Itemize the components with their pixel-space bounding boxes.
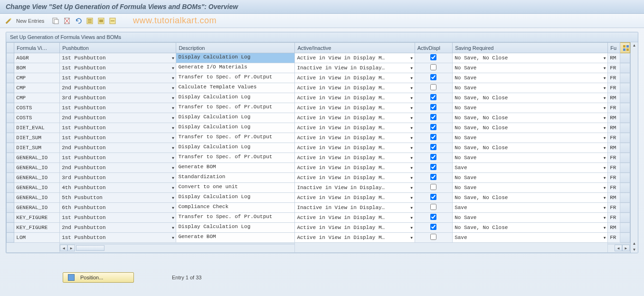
chevron-down-icon[interactable]: ▼ (409, 136, 415, 140)
cell-activ-displ[interactable] (415, 93, 452, 103)
deselect-all-icon[interactable] (109, 17, 116, 25)
cell-activ-displ[interactable] (415, 233, 452, 243)
chevron-down-icon[interactable]: ▼ (170, 126, 176, 130)
chevron-down-icon[interactable]: ▼ (170, 236, 176, 240)
cell-activ-displ[interactable] (415, 103, 452, 113)
cell-pushbutton[interactable]: 2nd Pushbutton▼ (60, 113, 176, 123)
chevron-down-icon[interactable]: ▼ (170, 216, 176, 220)
checkbox-activ-displ[interactable] (430, 154, 436, 160)
chevron-down-icon[interactable]: ▼ (170, 106, 176, 110)
cell-saving-required[interactable]: No Save, No Close▼ (453, 53, 607, 63)
row-selector[interactable] (7, 83, 14, 93)
cell-pushbutton[interactable]: 1st Pushbutton▼ (60, 73, 176, 83)
cell-description[interactable]: Display Calculation Log (176, 123, 294, 133)
cell-active-inactive[interactable]: Active in View in Display M…▼ (295, 113, 414, 123)
chevron-down-icon[interactable]: ▼ (409, 96, 415, 100)
cell-description[interactable]: Transfer to Spec. of Pr.Output (176, 73, 294, 83)
delete-icon[interactable] (63, 17, 71, 25)
cell-active-inactive[interactable]: Active in View in Display M…▼ (295, 223, 414, 232)
cell-description[interactable]: Generate I/O Materials (176, 63, 294, 73)
cell-activ-displ[interactable] (415, 63, 452, 73)
row-selector[interactable] (7, 183, 14, 193)
chevron-down-icon[interactable]: ▼ (170, 96, 176, 100)
chevron-down-icon[interactable]: ▼ (602, 126, 607, 130)
cell-pushbutton[interactable]: 2nd Pushbutton▼ (60, 83, 176, 93)
chevron-down-icon[interactable]: ▼ (170, 66, 176, 70)
cell-saving-required[interactable]: No Save, No Close▼ (453, 143, 607, 153)
cell-activ-displ[interactable] (415, 123, 452, 133)
cell-saving-required[interactable]: No Save▼ (453, 73, 607, 83)
row-selector[interactable] (7, 113, 14, 123)
row-selector[interactable] (7, 223, 14, 233)
cell-active-inactive[interactable]: Active in View in Display M…▼ (295, 153, 414, 162)
checkbox-activ-displ[interactable] (430, 184, 436, 190)
checkbox-activ-displ[interactable] (430, 124, 436, 130)
chevron-down-icon[interactable]: ▼ (602, 206, 607, 210)
chevron-down-icon[interactable]: ▼ (170, 136, 176, 140)
chevron-down-icon[interactable]: ▼ (409, 76, 415, 80)
checkbox-activ-displ[interactable] (430, 54, 436, 60)
chevron-down-icon[interactable]: ▼ (170, 206, 176, 210)
chevron-down-icon[interactable]: ▼ (409, 236, 415, 240)
chevron-down-icon[interactable]: ▼ (602, 56, 607, 60)
chevron-down-icon[interactable]: ▼ (409, 196, 415, 200)
cell-active-inactive[interactable]: Inactive in View in Display…▼ (295, 203, 414, 212)
chevron-down-icon[interactable]: ▼ (602, 116, 607, 120)
cell-pushbutton[interactable]: 6th Pushbutton▼ (60, 203, 176, 212)
chevron-down-icon[interactable]: ▼ (409, 86, 415, 90)
cell-saving-required[interactable]: No Save▼ (453, 63, 607, 73)
chevron-down-icon[interactable]: ▼ (170, 176, 176, 180)
scroll-down-icon[interactable]: ▼ (633, 247, 636, 253)
select-block-icon[interactable] (97, 17, 105, 25)
chevron-down-icon[interactable]: ▼ (602, 146, 607, 150)
checkbox-activ-displ[interactable] (430, 204, 436, 210)
cell-saving-required[interactable]: No Save▼ (453, 83, 607, 93)
chevron-down-icon[interactable]: ▼ (602, 196, 607, 200)
cell-activ-displ[interactable] (415, 163, 452, 173)
cell-active-inactive[interactable]: Active in View in Display M…▼ (295, 233, 414, 242)
row-selector[interactable] (7, 53, 14, 63)
cell-saving-required[interactable]: No Save, No Close▼ (453, 123, 607, 133)
chevron-down-icon[interactable]: ▼ (409, 226, 415, 230)
cell-description[interactable]: Display Calculation Log (176, 223, 294, 232)
cell-saving-required[interactable]: No Save, No Close▼ (453, 223, 607, 232)
cell-description[interactable]: Display Calculation Log (176, 53, 294, 63)
position-button[interactable]: Position... (63, 272, 134, 283)
row-selector[interactable] (7, 93, 14, 103)
new-entries-button[interactable]: New Entries (16, 18, 44, 24)
checkbox-activ-displ[interactable] (430, 234, 436, 240)
cell-active-inactive[interactable]: Active in View in Display M…▼ (295, 133, 414, 143)
cell-saving-required[interactable]: No Save▼ (453, 213, 607, 222)
chevron-down-icon[interactable]: ▼ (170, 146, 176, 150)
checkbox-activ-displ[interactable] (430, 134, 436, 140)
h-scrollbar-left[interactable]: ◀ ▶ (60, 244, 294, 251)
cell-active-inactive[interactable]: Active in View in Display M…▼ (295, 73, 414, 83)
cell-pushbutton[interactable]: 1st Pushbutton▼ (60, 133, 176, 143)
cell-saving-required[interactable]: Save▼ (453, 203, 607, 212)
scroll-up-icon[interactable]: ▲ (633, 42, 636, 48)
cell-active-inactive[interactable]: Active in View in Display M…▼ (295, 83, 414, 93)
row-selector[interactable] (7, 173, 14, 183)
cell-description[interactable]: Compliance Check (176, 203, 294, 212)
cell-pushbutton[interactable]: 3rd Pushbutton▼ (60, 93, 176, 103)
undo-change-icon[interactable] (75, 17, 82, 25)
chevron-down-icon[interactable]: ▼ (170, 86, 176, 90)
cell-activ-displ[interactable] (415, 213, 452, 223)
chevron-down-icon[interactable]: ▼ (602, 166, 607, 170)
cell-description[interactable]: Transfer to Spec. of Pr.Output (176, 153, 294, 162)
chevron-down-icon[interactable]: ▼ (602, 156, 607, 160)
v-scrollbar[interactable]: ▲ ▲ ▼ (630, 42, 638, 253)
col-header-description[interactable]: Description (176, 43, 295, 53)
row-selector[interactable] (7, 213, 14, 223)
cell-activ-displ[interactable] (415, 173, 452, 183)
col-header-activ-displ[interactable]: ActivDispl (415, 43, 452, 53)
chevron-down-icon[interactable]: ▼ (170, 116, 176, 120)
checkbox-activ-displ[interactable] (430, 164, 436, 170)
cell-pushbutton[interactable]: 1st Pushbutton▼ (60, 123, 176, 133)
col-header-saving-required[interactable]: Saving Required (453, 43, 608, 53)
cell-description[interactable]: Standardization (176, 173, 294, 182)
cell-description[interactable]: Convert to one unit (176, 183, 294, 192)
checkbox-activ-displ[interactable] (430, 174, 436, 180)
chevron-down-icon[interactable]: ▼ (409, 56, 415, 60)
cell-pushbutton[interactable]: 1st Pushbutton▼ (60, 153, 176, 162)
